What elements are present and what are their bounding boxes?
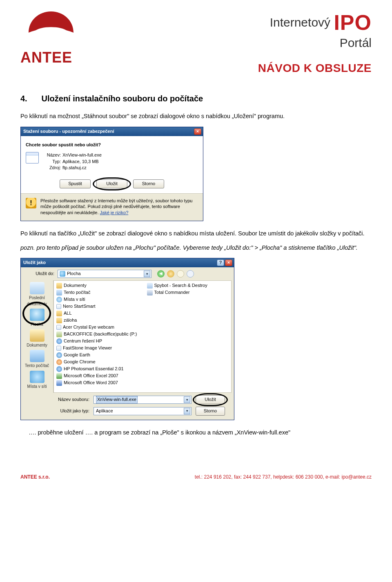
- ipo-word1: Internetový: [270, 16, 330, 29]
- cancel-button[interactable]: Storno: [196, 407, 225, 416]
- list-item[interactable]: BACKOFFICE (backoffice)public (P:): [56, 331, 137, 338]
- file-column-1: DokumentyTento počítačMísta v sítiNero S…: [56, 282, 137, 391]
- list-item[interactable]: Nero StartSmart: [56, 303, 137, 310]
- file-icon: [147, 283, 153, 289]
- file-label: HP Photosmart Essential 2.01: [64, 366, 124, 372]
- help-icon[interactable]: ?: [217, 260, 224, 266]
- section-number: 4.: [20, 93, 39, 105]
- place-net-label: Místa v síti: [27, 384, 47, 389]
- file-icon: [56, 352, 62, 358]
- save-button[interactable]: Uložit: [96, 179, 127, 188]
- file-label: Google Earth: [64, 352, 90, 358]
- filetype-combo[interactable]: Aplikace ▾: [94, 407, 192, 415]
- manual-title: NÁVOD K OBSLUZE: [258, 60, 372, 77]
- place-documents[interactable]: Dokumenty: [23, 329, 51, 349]
- close-icon[interactable]: ×: [194, 128, 201, 135]
- label-name: Název:: [43, 152, 61, 158]
- list-item[interactable]: Acer Crystal Eye webcam: [56, 324, 137, 331]
- section-heading: 4. Uložení instalačního souboru do počít…: [20, 93, 372, 105]
- paragraph-1: Po kliknutí na možnost „Stáhnout soubor"…: [20, 112, 372, 121]
- place-network[interactable]: Místa v síti: [23, 371, 51, 390]
- list-item[interactable]: HP Photosmart Essential 2.01: [56, 366, 137, 372]
- computer-icon: [30, 350, 45, 362]
- value-source: ftp.stahuj.cz: [62, 165, 87, 170]
- file-label: Místa v síti: [64, 296, 85, 303]
- paragraph-4: …. proběhne uložení …. a program se zobr…: [20, 428, 372, 437]
- close-icon[interactable]: ×: [225, 260, 232, 266]
- saveto-dropdown[interactable]: Plocha ▾: [58, 270, 151, 278]
- file-icon: [56, 325, 61, 330]
- filename-value: XnView-win-full.exe: [96, 396, 138, 403]
- list-item[interactable]: Google Earth: [56, 352, 137, 358]
- list-item[interactable]: FastStone Image Viewer: [56, 345, 137, 351]
- footer-company: ANTEE s.r.o.: [20, 474, 50, 481]
- place-recent[interactable]: Poslední dokumenty: [23, 282, 51, 307]
- up-folder-icon[interactable]: [167, 270, 174, 278]
- warning-text: Přestože software stažený z Internetu mů…: [40, 198, 198, 216]
- file-icon: [56, 373, 62, 379]
- file-icon: [56, 331, 62, 337]
- download-security-dialog: Stažení souboru - upozornění zabezpečení…: [20, 127, 203, 222]
- back-icon[interactable]: ◄: [157, 270, 165, 278]
- list-item[interactable]: Centrum řešení HP: [56, 338, 137, 345]
- list-item[interactable]: záloha: [56, 317, 137, 324]
- section-title: Uložení instalačního souboru do počítače: [42, 94, 203, 103]
- view-menu-icon[interactable]: [187, 270, 194, 278]
- file-label: ALL: [64, 310, 72, 317]
- file-pane[interactable]: DokumentyTento počítačMísta v sítiNero S…: [53, 280, 232, 393]
- save-as-dialog: Uložit jako ? × Uložit do: Plocha ▾ ◄ Po…: [20, 258, 234, 420]
- dialog1-titlebar[interactable]: Stažení souboru - upozornění zabezpečení…: [21, 127, 203, 136]
- list-item[interactable]: Microsoft Office Excel 2007: [56, 373, 137, 379]
- risk-link[interactable]: Jaké je riziko?: [100, 210, 129, 215]
- place-desktop[interactable]: Plocha: [23, 309, 51, 328]
- antee-logo-mark: [20, 7, 82, 46]
- file-label: Spybot - Search & Destroy: [154, 282, 207, 289]
- file-icon: [56, 304, 61, 309]
- saveto-label: Uložit do:: [25, 271, 54, 277]
- list-item[interactable]: Tento počítač: [56, 289, 137, 296]
- saveto-value: Plocha: [67, 271, 81, 277]
- file-label: Acer Crystal Eye webcam: [63, 324, 114, 331]
- list-item[interactable]: Dokumenty: [56, 282, 137, 289]
- label-source: Zdroj:: [43, 165, 61, 171]
- dialog2-title: Uložit jako: [23, 260, 46, 266]
- save-button[interactable]: Uložit: [196, 395, 225, 404]
- file-icon: [56, 346, 61, 351]
- cancel-button[interactable]: Storno: [133, 179, 164, 188]
- filename-combo[interactable]: XnView-win-full.exe ▾: [94, 396, 192, 404]
- warning-icon: !: [26, 198, 36, 208]
- file-icon: [56, 359, 62, 365]
- chevron-down-icon[interactable]: ▾: [184, 396, 190, 403]
- application-icon: [26, 152, 39, 163]
- list-item[interactable]: ALL: [56, 310, 137, 317]
- file-icon: [56, 366, 62, 372]
- file-icon: [56, 297, 62, 302]
- place-computer[interactable]: Tento počítač: [23, 350, 51, 369]
- chevron-down-icon[interactable]: ▾: [144, 271, 150, 277]
- ipo-title-line1: Internetový IPO: [258, 7, 372, 38]
- value-type: Aplikace, 10,3 MB: [62, 159, 99, 164]
- ipo-acronym: IPO: [334, 11, 372, 34]
- place-desktop-label: Plocha: [31, 322, 43, 327]
- page-footer: ANTEE s.r.o. tel.: 224 916 202, fax: 244…: [20, 474, 372, 481]
- list-item[interactable]: Total Commander: [147, 289, 207, 296]
- chevron-down-icon[interactable]: ▾: [184, 408, 190, 414]
- list-item[interactable]: Google Chrome: [56, 359, 137, 365]
- desktop-icon: [60, 271, 65, 277]
- run-button[interactable]: Spustit: [60, 179, 91, 188]
- place-docs-label: Dokumenty: [27, 343, 47, 347]
- file-label: Tento počítač: [64, 289, 90, 296]
- file-label: Microsoft Office Word 2007: [64, 380, 118, 386]
- label-type: Typ:: [43, 159, 61, 165]
- file-icon: [147, 290, 153, 295]
- dialog2-titlebar[interactable]: Uložit jako ? ×: [21, 258, 234, 267]
- list-item[interactable]: Microsoft Office Word 2007: [56, 380, 137, 386]
- new-folder-icon[interactable]: [177, 270, 184, 278]
- antee-logo: ANTEE: [20, 7, 82, 68]
- file-label: Google Chrome: [64, 359, 96, 365]
- list-item[interactable]: Spybot - Search & Destroy: [147, 282, 207, 289]
- list-item[interactable]: Místa v síti: [56, 296, 137, 303]
- filename-label: Název souboru:: [58, 396, 89, 403]
- filetype-value: Aplikace: [96, 408, 113, 414]
- file-label: FastStone Image Viewer: [63, 345, 112, 351]
